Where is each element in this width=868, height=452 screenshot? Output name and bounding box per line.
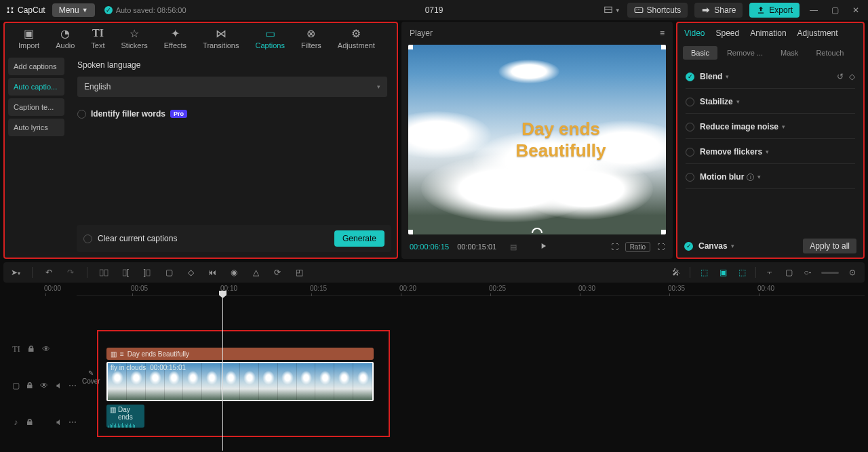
sidebar-auto-lyrics[interactable]: Auto lyrics: [8, 119, 64, 136]
sidebar-caption-templates[interactable]: Caption te...: [8, 98, 64, 116]
tab-transitions[interactable]: ⋈Transitions: [195, 27, 247, 55]
lock-icon[interactable]: 🔒︎: [26, 381, 35, 390]
inspector-tab-animation[interactable]: Animation: [750, 28, 786, 42]
zoom-slider[interactable]: [821, 272, 839, 274]
tab-captions[interactable]: ▭Captions: [247, 27, 292, 55]
more-icon[interactable]: ⋯: [68, 417, 77, 427]
video-track-icon: ▢: [12, 381, 20, 390]
inspector-tab-speed[interactable]: Speed: [715, 28, 739, 42]
inspector-tab-adjustment[interactable]: Adjustment: [797, 28, 838, 42]
marker-icon[interactable]: ◇: [185, 268, 196, 277]
cover-button[interactable]: ✎ Cover: [82, 369, 100, 385]
pro-badge: Pro: [170, 110, 187, 118]
playhead[interactable]: [222, 296, 223, 451]
generate-button[interactable]: Generate: [334, 230, 384, 247]
more-icon[interactable]: ⋯: [68, 381, 77, 390]
checkbox-icon[interactable]: [83, 234, 92, 243]
row-blend[interactable]: ✓Blend▾↺◇: [686, 64, 855, 89]
tab-stickers[interactable]: ☆Stickers: [113, 27, 156, 55]
list-icon[interactable]: ▤: [510, 243, 517, 251]
zoom-out-icon[interactable]: ○-: [802, 268, 813, 277]
row-canvas-label[interactable]: Canvas: [698, 241, 728, 251]
subtab-mask[interactable]: Mask: [772, 46, 806, 60]
tab-audio[interactable]: ◔Audio: [47, 27, 83, 55]
pointer-icon[interactable]: ➤▾: [10, 268, 21, 277]
timeline-ruler[interactable]: 00:00 00:05 00:10 00:15 00:20 00:25 00:3…: [77, 283, 865, 296]
tab-import[interactable]: ▣Import: [10, 27, 47, 55]
reset-icon[interactable]: ↺: [837, 72, 844, 81]
row-motion-blur[interactable]: Motion bluri▾: [686, 164, 855, 189]
shortcuts-button[interactable]: Shortcuts: [627, 3, 688, 18]
align-icon[interactable]: ⫟: [764, 268, 775, 277]
row-stabilize[interactable]: Stabilize▾: [686, 89, 855, 114]
crop-handle[interactable]: [408, 45, 413, 49]
mute-icon[interactable]: 🔈︎: [54, 417, 62, 427]
link-icon[interactable]: ▣: [717, 268, 728, 277]
play-button[interactable]: [538, 241, 548, 252]
video-clip[interactable]: fly in clouds 00:00:15:01: [106, 362, 374, 401]
text-clip-label: Day ends Beautifully: [127, 350, 189, 358]
row-remove-flickers[interactable]: Remove flickers▾: [686, 139, 855, 164]
crop-handle[interactable]: [661, 230, 666, 234]
player-title: Player: [410, 28, 433, 38]
speed-icon[interactable]: ◉: [229, 268, 239, 277]
apply-to-all-button[interactable]: Apply to all: [803, 239, 856, 253]
sidebar-auto-captions[interactable]: Auto captio...: [8, 78, 64, 96]
tracks-wrap: TI 🔒︎ 👁︎ ▢ 🔒︎ 👁︎ 🔈︎ ⋯ ♪ 🔒︎ 🔈︎ ⋯ ✎: [3, 296, 865, 451]
svg-point-4: [637, 9, 638, 9]
subtab-remove[interactable]: Remove ...: [719, 46, 771, 60]
menu-button[interactable]: Menu ▼: [52, 3, 95, 17]
split-icon[interactable]: ⌷⌷: [98, 268, 109, 277]
ratio-button[interactable]: Ratio: [625, 242, 650, 252]
subtab-basic[interactable]: Basic: [683, 46, 717, 60]
eye-icon[interactable]: 👁︎: [40, 381, 49, 390]
reverse-icon[interactable]: ⏮: [207, 268, 218, 277]
lock-icon[interactable]: 🔒︎: [25, 417, 33, 427]
redo-icon[interactable]: ↷: [65, 268, 76, 277]
transitions-icon: ⋈: [216, 27, 226, 39]
project-title[interactable]: 0719: [425, 5, 443, 15]
lock-icon[interactable]: 🔒︎: [26, 344, 36, 354]
player-menu-icon[interactable]: ≡: [660, 28, 665, 38]
keyframe-icon[interactable]: ◇: [849, 72, 855, 81]
crop-handle[interactable]: [408, 230, 413, 234]
preview-icon[interactable]: ▢: [783, 268, 794, 277]
sidebar-add-captions[interactable]: Add captions: [8, 58, 64, 75]
audio-clip[interactable]: ▥Day ends: [106, 405, 144, 428]
rotate-icon[interactable]: ⟳: [272, 268, 283, 277]
share-button[interactable]: Share: [694, 3, 743, 18]
zoom-fit-icon[interactable]: ⊙: [847, 268, 858, 277]
trim-left-icon[interactable]: ⌷[: [120, 268, 131, 277]
magnet-icon[interactable]: ⬚: [698, 268, 709, 277]
crop-icon[interactable]: ◰: [294, 268, 304, 277]
tracks-area[interactable]: ✎ Cover ▥ ≡ Day ends Beautifully fly in …: [77, 296, 865, 451]
scan-icon[interactable]: ⛶: [611, 243, 618, 251]
eye-icon[interactable]: 👁︎: [41, 344, 51, 354]
maximize-button[interactable]: ▢: [828, 5, 842, 15]
undo-icon[interactable]: ↶: [43, 268, 54, 277]
layout-icon[interactable]: ▼: [604, 5, 620, 15]
identify-filler-row[interactable]: Identify filler words Pro: [77, 109, 387, 119]
snap-icon[interactable]: ⬚: [736, 268, 747, 277]
mic-icon[interactable]: 🎤︎: [671, 268, 682, 277]
waveform: [106, 422, 144, 428]
close-button[interactable]: ✕: [849, 5, 863, 15]
crop-handle[interactable]: [661, 45, 666, 49]
subtab-retouch[interactable]: Retouch: [808, 46, 852, 60]
mirror-icon[interactable]: △: [250, 268, 261, 277]
tab-text[interactable]: TIText: [83, 27, 113, 55]
row-reduce-noise[interactable]: Reduce image noise▾: [686, 114, 855, 139]
trim-right-icon[interactable]: ]⌷: [142, 268, 153, 277]
delete-icon[interactable]: ▢: [163, 268, 174, 277]
player-preview[interactable]: Day ends Beautifully: [408, 45, 666, 234]
inspector-tab-video[interactable]: Video: [684, 28, 705, 42]
export-button[interactable]: Export: [749, 3, 800, 18]
mute-icon[interactable]: 🔈︎: [54, 381, 62, 390]
tab-filters[interactable]: ⊗Filters: [293, 27, 330, 55]
minimize-button[interactable]: —: [806, 5, 821, 15]
tab-effects[interactable]: ✦Effects: [156, 27, 195, 55]
tab-adjustment[interactable]: ⚙Adjustment: [330, 27, 383, 55]
text-clip[interactable]: ▥ ≡ Day ends Beautifully: [106, 348, 374, 360]
language-select[interactable]: English ▾: [77, 77, 387, 97]
fullscreen-icon[interactable]: ⛶: [657, 243, 665, 251]
